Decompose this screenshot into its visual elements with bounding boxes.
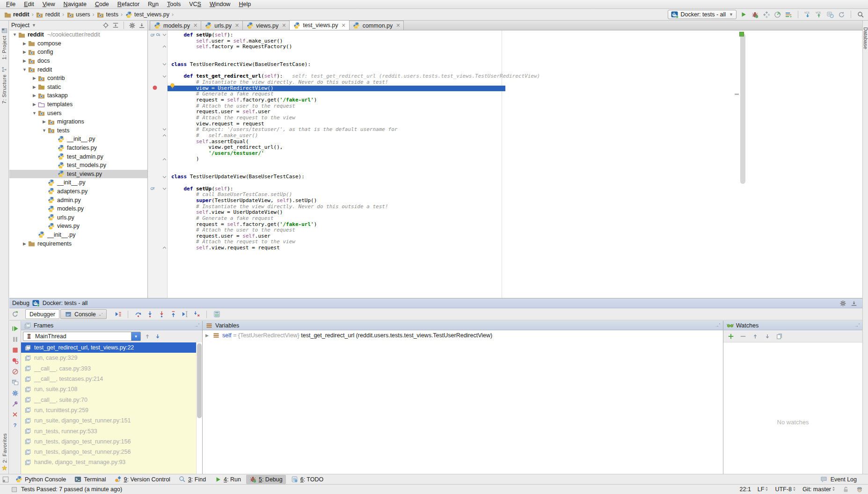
show-execution-point-icon[interactable] [114,311,122,318]
thread-selector[interactable]: MainThread ▼ [23,332,141,341]
stack-frame[interactable]: __call__, suite.py:70 [21,394,202,405]
code-line-37[interactable]: self.view.request = request [168,245,862,251]
breadcrumb-item[interactable]: reddit [36,11,60,18]
mute-breakpoints-icon[interactable] [11,368,19,375]
editor-tab-models.py[interactable]: models.py✕ [150,21,201,30]
menu-tools[interactable]: Tools [163,1,185,7]
tree-item-__init__-py[interactable]: __init__.py [9,178,147,187]
tab-1-project[interactable]: 1: Project [1,27,7,59]
stack-frame[interactable]: run_suite, django_test_runner.py:151 [21,415,202,426]
tree-item-__init__-py[interactable]: __init__.py [9,231,147,240]
fold-up-icon[interactable] [162,44,167,49]
line-separator-select[interactable]: LF [758,486,769,493]
code-line-3[interactable]: self.factory = RequestFactory() [168,44,862,50]
tree-closed-arrow-icon[interactable]: ▶ [31,85,37,89]
step-into-my-code-icon[interactable] [193,311,200,318]
tree-closed-arrow-icon[interactable]: ▶ [22,41,28,46]
override-up-icon[interactable] [150,186,155,191]
chevron-down-icon[interactable]: ▼ [131,332,140,341]
code-line-18[interactable]: # self.make_user() [168,133,862,139]
breadcrumb-item[interactable]: reddit [4,11,29,18]
code-line-6[interactable]: class TestUserRedirectView(BaseUserTestC… [168,62,862,68]
tree-item-admin-py[interactable]: admin.py [9,196,147,204]
fold-up-icon[interactable] [162,157,167,161]
tree-item-adapters-py[interactable]: adapters.py [9,187,147,196]
coverage-report-icon[interactable] [785,11,792,18]
tree-item-test_views-py[interactable]: test_views.py [9,170,147,179]
editor-tab-test_views.py[interactable]: test_views.py✕ [289,20,349,30]
tree-item-factories-py[interactable]: factories.py [9,144,147,153]
tree-item-contrib[interactable]: ▶contrib [9,74,147,83]
remove-watch-icon[interactable] [739,333,747,340]
step-into-icon[interactable] [146,311,153,318]
fold-up-icon[interactable] [162,246,167,250]
hector-icon[interactable] [856,486,863,493]
editor-tab-urls.py[interactable]: urls.py✕ [201,21,243,30]
vcs-update-icon[interactable]: VCS [804,11,811,18]
move-up-icon[interactable] [751,333,759,340]
fold-down-icon[interactable] [162,127,167,131]
tree-item-views-py[interactable]: views.py [9,222,147,231]
fold-up-icon[interactable] [162,133,167,138]
caret-position[interactable]: 22:1 [740,486,751,493]
tree-closed-arrow-icon[interactable]: ▶ [31,76,37,80]
breadcrumb-item[interactable]: users [66,11,90,18]
float-panel-icon[interactable]: →' [854,323,860,328]
fold-down-icon[interactable] [162,175,167,179]
menu-code[interactable]: Code [91,1,113,7]
gear-icon[interactable] [839,299,846,307]
expand-arrow-icon[interactable]: ▶ [205,333,210,338]
menu-view[interactable]: View [38,1,59,7]
tree-item-templates[interactable]: ▶templates [9,100,147,109]
menu-vcs[interactable]: VCS [185,1,205,7]
close-icon[interactable] [11,411,19,418]
code-line-21[interactable]: '/users/testuser/' [168,151,862,157]
rerun-icon[interactable] [11,311,19,318]
stop-icon[interactable] [11,346,19,354]
variable-row[interactable]: ▶self = {TestUserRedirectView} test_get_… [203,330,723,341]
menu-file[interactable]: File [2,1,20,7]
project-view-select[interactable]: Project▼ [11,22,36,29]
debug-header[interactable]: Debug Docker: tests - all [9,298,862,308]
intention-bulb-icon[interactable] [168,82,176,90]
force-step-into-icon[interactable] [158,311,165,318]
code-editor[interactable]: def setUp(self): self.user = self.make_u… [168,30,862,298]
tree-open-arrow-icon[interactable]: ▼ [31,111,37,116]
override-down-icon[interactable] [155,32,161,37]
tree-item-models-py[interactable]: models.py [9,204,147,213]
tree-closed-arrow-icon[interactable]: ▶ [41,119,47,124]
toolwindow-button-debug[interactable]: 5: Debug [246,475,286,484]
run-icon[interactable] [740,11,747,18]
editor-tab-common.py[interactable]: common.py✕ [349,21,404,30]
stack-frame[interactable]: run, tcunittest.py:259 [21,405,202,415]
inspections-ok-icon[interactable] [739,32,744,36]
fold-down-icon[interactable] [162,187,167,191]
toolwindow-button-version-control[interactable]: 9: Version Control [111,475,174,484]
tree-item-test_admin-py[interactable]: test_admin.py [9,152,147,161]
encoding-select[interactable]: UTF-8 [775,486,795,493]
recent-changes-icon[interactable] [826,11,834,18]
tree-item-tests[interactable]: ▼tests [9,126,147,135]
stack-frame[interactable]: __call__, testcases.py:214 [21,374,202,384]
debug-icon[interactable] [751,11,759,18]
tree-item-taskapp[interactable]: ▶taskapp [9,91,147,100]
step-out-icon[interactable] [169,311,177,318]
float-panel-icon[interactable]: →' [194,323,199,328]
stack-frame[interactable]: run_tests, django_test_runner.py:256 [21,447,202,457]
toolwindow-button-find[interactable]: 3: Find [175,475,209,484]
frame-up-icon[interactable] [144,333,151,340]
tree-item-compose[interactable]: ▶compose [9,39,147,48]
code-line-34[interactable]: # Attach the user to the request [168,227,862,233]
frame-down-icon[interactable] [154,333,161,340]
close-icon[interactable]: ✕ [282,22,286,29]
breadcrumb-item[interactable]: tests [97,11,118,18]
toolwindow-button-python-console[interactable]: Python Console [12,475,69,484]
help-icon[interactable]: ? [11,421,19,429]
pin-icon[interactable] [11,400,19,407]
vcs-commit-icon[interactable]: VCS [815,11,823,18]
toolwindow-toggle-icon[interactable] [2,476,9,483]
code-line-15[interactable]: # Attach the request to the view [168,115,862,121]
code-line-13[interactable]: # Attach the user to the request [168,103,862,109]
status-message[interactable]: Tests Passed: 7 passed (a minute ago) [10,486,122,493]
editor-scrollbar[interactable] [740,33,745,184]
